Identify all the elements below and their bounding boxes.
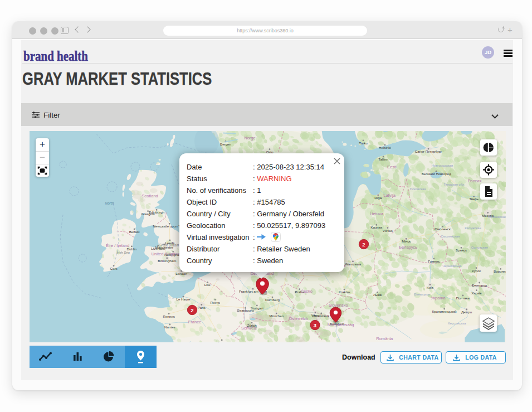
svg-text:Latvija: Latvija (383, 193, 396, 198)
svg-text:Magyarország: Magyarország (328, 322, 354, 327)
svg-text:Turku: Turku (359, 141, 368, 145)
svg-text:Курск: Курск (472, 269, 481, 273)
svg-text:România: România (376, 336, 393, 341)
svg-text:Nürnberg: Nürnberg (265, 298, 280, 302)
svg-text:Kraków: Kraków (339, 290, 350, 294)
svg-text:Belfast: Belfast (129, 230, 140, 234)
svg-text:Vilnius: Vilnius (383, 229, 393, 232)
svg-text:Тверская обл.: Тверская обл. (443, 183, 465, 186)
svg-text:Московская: Московская (488, 215, 506, 219)
svg-text:Eesti: Eesti (387, 164, 397, 169)
svg-text:Slovensko: Slovensko (329, 303, 348, 308)
svg-text:Česko: Česko (301, 289, 313, 294)
svg-text:Калужская: Калужская (465, 226, 481, 230)
svg-text:Воронеж: Воронеж (494, 269, 506, 273)
svg-text:Le Havre: Le Havre (176, 297, 191, 301)
svg-text:Санкт-Петербург: Санкт-Петербург (415, 149, 442, 153)
svg-text:Беларусь: Беларусь (399, 245, 417, 250)
svg-text:France: France (188, 319, 201, 324)
svg-text:Scotland: Scotland (142, 193, 158, 198)
svg-text:Norge: Norge (244, 135, 255, 140)
svg-text:Херсонська: Херсонська (448, 322, 466, 325)
svg-text:United Kingdom: United Kingdom (152, 251, 181, 256)
svg-text:2: 2 (191, 307, 193, 313)
svg-text:Тверь: Тверь (469, 197, 479, 201)
svg-text:Great Britain: Great Britain (159, 243, 179, 247)
svg-text:Paris: Paris (198, 306, 206, 309)
svg-text:Schweiz: Schweiz (241, 326, 257, 331)
svg-text:Helsinki: Helsinki (379, 146, 391, 149)
svg-text:Nantes: Nantes (164, 325, 175, 329)
svg-text:Чернігівська: Чернігівська (442, 264, 462, 268)
svg-text:Lietuva: Lietuva (370, 211, 384, 216)
svg-text:Lille: Lille (204, 283, 211, 287)
svg-text:Stuttgart: Stuttgart (251, 306, 264, 310)
svg-text:Birmingham: Birmingham (158, 259, 176, 263)
svg-text:München: München (269, 314, 284, 318)
svg-text:Харків: Харків (471, 291, 482, 295)
svg-text:Україна: Україна (431, 295, 446, 300)
svg-text:Дніпро: Дніпро (461, 310, 472, 314)
svg-text:Кропивницький: Кропивницький (432, 309, 457, 313)
svg-text:Rennes: Rennes (163, 314, 174, 318)
svg-text:3: 3 (314, 322, 316, 328)
svg-text:Львів: Львів (373, 293, 382, 297)
svg-text:Новгородская: Новгородская (431, 164, 453, 167)
svg-text:Cork: Cork (110, 266, 118, 270)
svg-text:Rīga: Rīga (374, 196, 382, 200)
svg-text:2: 2 (362, 241, 365, 248)
svg-text:Псковская: Псковская (410, 187, 426, 191)
svg-text:Irish Sea: Irish Sea (116, 251, 130, 254)
svg-text:Kaunas: Kaunas (370, 225, 382, 229)
svg-text:Österreich: Österreich (289, 316, 309, 321)
svg-text:Вінницька: Вінницька (414, 293, 430, 296)
svg-text:Орловская: Орловская (471, 246, 488, 249)
svg-text:Брянск: Брянск (456, 248, 467, 252)
svg-text:Lyon: Lyon (218, 341, 226, 342)
svg-text:London: London (175, 272, 187, 275)
svg-text:Éire / Ireland: Éire / Ireland (106, 243, 130, 248)
svg-text:North: North (105, 201, 114, 205)
svg-text:Reims: Reims (210, 300, 220, 304)
svg-text:Гомель: Гомель (428, 259, 440, 263)
svg-text:Bratislava: Bratislava (314, 314, 329, 318)
svg-text:Warszawa: Warszawa (345, 262, 361, 266)
svg-text:Великий Новгород: Великий Новгород (422, 172, 451, 176)
svg-text:Полтава: Полтава (456, 296, 470, 300)
svg-text:Белгород: Белгород (472, 283, 487, 287)
svg-text:Київ: Київ (427, 285, 434, 289)
svg-text:Glasgow: Glasgow (141, 212, 155, 216)
svg-text:Смоленск: Смоленск (435, 227, 451, 231)
svg-text:Смоленская: Смоленская (441, 235, 460, 238)
svg-text:Bergen: Bergen (220, 142, 232, 146)
svg-text:Мінск: Мінск (402, 239, 411, 243)
svg-text:Tallinn: Tallinn (378, 157, 388, 161)
svg-text:Россия: Россия (468, 178, 482, 183)
